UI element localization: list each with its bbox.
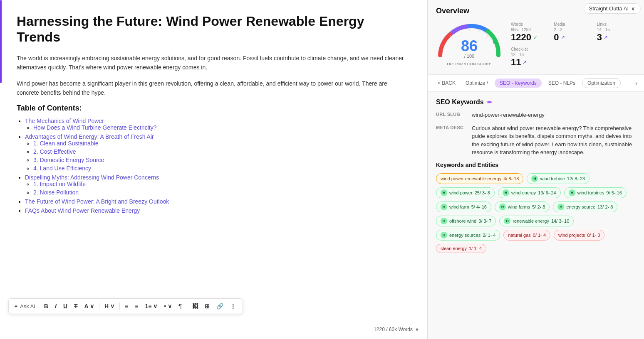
tab-back-button[interactable]: < BACK — [434, 79, 459, 88]
keyword-badge-h: H — [441, 189, 447, 196]
keyword-text: clean energy — [441, 246, 467, 251]
ordered-list-button[interactable]: 1≡ ∨ — [143, 302, 159, 310]
tab-optimization-label: Optimization — [587, 80, 615, 86]
keyword-badge-h: H — [569, 189, 575, 196]
straight-outta-label: Straight Outta AI — [589, 5, 629, 12]
keyword-wind-power-renewable-energy[interactable]: wind power renewable energy 4/ 8- 18 — [436, 173, 523, 184]
stat-words-check-icon: ✓ — [533, 34, 538, 41]
svg-line-4 — [486, 35, 488, 38]
toc-sub-link-1-1[interactable]: How Does a Wind Turbine Generate Electri… — [33, 124, 156, 131]
seo-keywords-heading: SEO Keywords — [436, 98, 484, 106]
stat-media-value: 0 — [554, 32, 559, 43]
keyword-text: wind projects — [558, 233, 585, 238]
link-button[interactable]: 🔗 — [215, 302, 225, 310]
toc-sub-link-2-4[interactable]: 4. Land Use Efficiency — [33, 165, 91, 172]
toc-sub-item-2-4: 4. Land Use Efficiency — [33, 165, 411, 172]
url-slug-label: URL SLUG — [436, 112, 465, 117]
toc-link-1[interactable]: The Mechanics of Wind Power — [25, 118, 104, 124]
toc-item-5: FAQs About Wind Power Renewable Energy — [25, 207, 411, 214]
gauge-score: 86 / 100 — [461, 39, 478, 59]
toc-sub-link-2-1[interactable]: 1. Clean and Sustainable — [33, 140, 98, 147]
keyword-stats: 3/ 3- 7 — [478, 219, 491, 224]
stat-links-label: Links — [597, 22, 636, 27]
keyword-offshore-wind[interactable]: H offshore wind 3/ 3- 7 — [436, 216, 496, 226]
keyword-wind-farms[interactable]: H wind farms 5/ 2- 8 — [495, 201, 550, 212]
tab-seo-keywords[interactable]: SEO - Keywords — [495, 79, 542, 88]
keywords-entities-title: Keywords and Entities — [436, 162, 636, 168]
tab-optimize[interactable]: Optimize / — [461, 79, 493, 88]
keyword-natural-gas[interactable]: natural gas 0/ 1- 4 — [503, 230, 550, 241]
stat-checklist-value: 11 — [511, 57, 521, 68]
heading-button[interactable]: H ∨ — [103, 302, 116, 310]
keyword-stats: 12/ 8- 23 — [567, 176, 585, 181]
url-slug-value: wind-power-renewable-energy — [472, 111, 545, 119]
keyword-energy-source[interactable]: H energy source 13/ 2- 8 — [553, 201, 617, 212]
unordered-list-button[interactable]: • ∨ — [162, 302, 173, 310]
more-options-button[interactable]: ⋮ — [228, 302, 238, 310]
meta-desc-row: META DESC Curious about wind power renew… — [436, 124, 636, 157]
toc-sub-link-3-2[interactable]: 2. Noise Pollution — [33, 189, 79, 196]
word-count-chevron[interactable]: ∧ — [415, 327, 419, 332]
tab-back-label: < BACK — [438, 80, 456, 86]
align-center-button[interactable]: ≡ — [133, 302, 140, 310]
keyword-energy-sources[interactable]: H energy sources 2/ 1- 4 — [436, 230, 500, 241]
stat-words-range: 855 - 1283 — [511, 27, 550, 32]
stat-media-label: Media — [554, 22, 592, 27]
keyword-badge-h: H — [504, 218, 510, 224]
toc-sub-link-3-1[interactable]: 1. Impact on Wildlife — [33, 181, 86, 187]
bold-button[interactable]: B — [42, 302, 50, 310]
keyword-wind-turbine[interactable]: H wind turbine 12/ 8- 23 — [527, 173, 590, 184]
stat-links: Links 14 - 15 3 ↗ — [597, 22, 636, 43]
keyword-wind-energy[interactable]: H wind energy 13/ 6- 24 — [498, 187, 561, 198]
tab-optimization[interactable]: Optimization — [582, 78, 621, 88]
stat-checklist-arrow-icon: ↗ — [523, 59, 527, 65]
keyword-stats: 13/ 6- 24 — [538, 190, 556, 195]
tab-chevron-right[interactable]: › — [635, 80, 637, 86]
keyword-wind-projects[interactable]: wind projects 0/ 1- 3 — [554, 230, 604, 241]
keyword-text: wind turbine — [540, 176, 565, 181]
keyword-badge-h: H — [531, 175, 538, 182]
edit-pencil-icon[interactable]: ✏ — [487, 99, 492, 106]
keyword-wind-power[interactable]: H wind power 25/ 3- 8 — [436, 187, 495, 198]
keyword-stats: 13/ 2- 8 — [597, 204, 613, 209]
toc-sub-2: 1. Clean and Sustainable 2. Cost-Effecti… — [25, 140, 411, 172]
font-size-button[interactable]: A ∨ — [83, 302, 96, 310]
right-panel: Overview Straight Outta AI ∨ — [428, 0, 644, 339]
keyword-wind-farm[interactable]: H wind farm 5/ 4- 16 — [436, 201, 491, 212]
keyword-clean-energy[interactable]: clean energy 1/ 1- 4 — [436, 244, 486, 253]
straight-outta-badge[interactable]: Straight Outta AI ∨ — [584, 3, 641, 14]
toc-sub-link-2-2[interactable]: 2. Cost-Effective — [33, 148, 76, 155]
seo-keywords-title: SEO Keywords ✏ — [436, 98, 636, 106]
keyword-renewable-energy[interactable]: H renewable energy 14/ 3- 10 — [499, 216, 574, 226]
toc-list: The Mechanics of Wind Power How Does a W… — [17, 118, 411, 214]
italic-button[interactable]: I — [53, 302, 58, 310]
strikethrough-button[interactable]: T — [72, 302, 79, 310]
stat-links-arrow-icon: ↗ — [604, 34, 608, 40]
align-left-button[interactable]: ≡ — [123, 302, 130, 310]
toc-link-3[interactable]: Dispelling Myths: Addressing Wind Power … — [25, 174, 159, 181]
tab-optimize-label: Optimize / — [466, 80, 488, 86]
paragraph-button[interactable]: ¶ — [177, 302, 183, 310]
word-count-bar: 1220 / 60k Words ∧ — [374, 327, 419, 332]
keyword-stats: 0/ 1- 4 — [533, 233, 546, 238]
editor-area[interactable]: Harnessing the Future: Wind Power Renewa… — [0, 0, 428, 339]
toolbar-divider-2 — [99, 302, 99, 310]
keyword-badge-h: H — [499, 204, 506, 210]
toc-link-4[interactable]: The Future of Wind Power: A Bright and B… — [25, 198, 169, 205]
toc-sub-link-2-3[interactable]: 3. Domestic Energy Source — [33, 157, 104, 163]
underline-button[interactable]: U — [62, 302, 69, 310]
keyword-wind-turbines[interactable]: H wind turbines 9/ 5- 16 — [564, 187, 627, 198]
ask-ai-button[interactable]: ✦ Ask AI — [14, 303, 35, 310]
keyword-text: offshore wind — [449, 219, 476, 224]
toc-sub-item-2-2: 2. Cost-Effective — [33, 148, 411, 155]
keyword-stats: 5/ 4- 16 — [471, 204, 487, 209]
stat-words-value: 1220 — [511, 32, 531, 43]
tab-seo-nlps[interactable]: SEO - NLPs — [543, 79, 580, 88]
keyword-stats: 2/ 1- 4 — [483, 233, 495, 238]
toc-link-5[interactable]: FAQs About Wind Power Renewable Energy — [25, 207, 140, 214]
image-button[interactable]: 🖼 — [191, 302, 200, 310]
formatting-toolbar: ✦ Ask AI B I U T A ∨ H ∨ ≡ ≡ 1≡ ∨ • ∨ ¶ … — [8, 298, 243, 314]
toc-link-2[interactable]: Advantages of Wind Energy: A Breath of F… — [25, 133, 154, 140]
table-button[interactable]: ⊞ — [203, 302, 211, 310]
stat-words-label: Words — [511, 22, 550, 27]
